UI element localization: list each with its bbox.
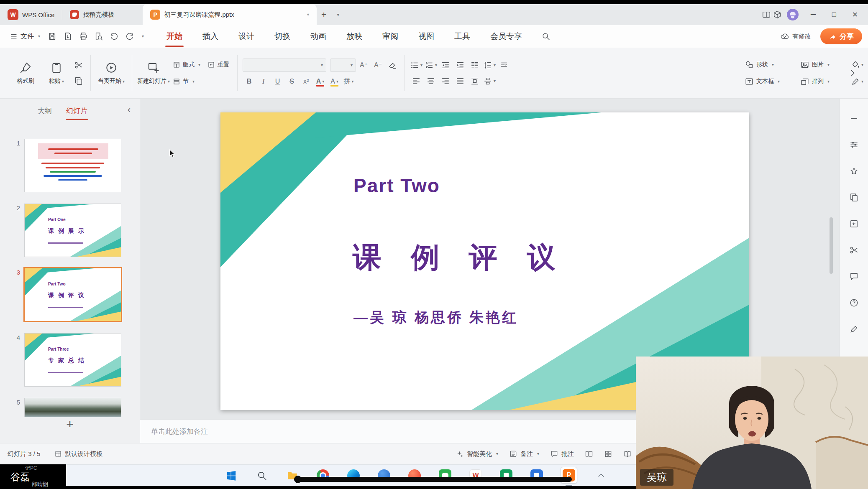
play-from-page-button[interactable]: 当页开始▾ [96,51,127,95]
justify-button[interactable] [453,75,467,87]
tab-home[interactable]: 开始 [166,31,183,42]
slide-thumbnail-3-selected[interactable]: Part Two 课 例 评 议 [24,268,121,321]
bullets-button[interactable]: ▾ [410,59,423,71]
slide-thumb-row-5[interactable]: 5 [8,398,121,417]
reading-view-icon[interactable] [623,450,632,458]
history-icon[interactable] [849,219,859,229]
new-tab-button[interactable]: + [317,8,331,22]
snip-icon[interactable] [849,245,859,255]
help-icon[interactable] [849,298,859,308]
beautify-button[interactable]: 智能美化▾ [456,450,498,458]
tab-transition[interactable]: 切换 [274,31,291,42]
slide-thumbnail-5[interactable] [24,398,121,417]
paste-button[interactable]: 粘贴▾ [41,51,72,95]
duplicate-icon[interactable] [849,193,859,202]
home-tab[interactable]: W WPS Office [0,4,62,25]
section-button[interactable]: 节▾ [170,75,197,88]
slide-thumb-row-2[interactable]: 2 Part One 课 例 展 示 [8,204,121,257]
notes-toggle-button[interactable]: 备注▾ [509,450,539,458]
print-icon[interactable] [79,32,88,41]
feedback-pen-icon[interactable] [849,324,859,334]
slide-byline-text[interactable]: —吴 琼 杨思侨 朱艳红 [353,308,518,327]
tab-view[interactable]: 视图 [417,31,435,42]
align-left-button[interactable] [410,75,423,87]
cut-button[interactable] [72,59,85,71]
share-button[interactable]: 分享 [820,28,862,44]
modified-status[interactable]: 有修改 [780,32,811,41]
align-right-button[interactable] [439,75,452,87]
panel-collapse-icon[interactable]: ‹ [128,104,131,115]
document-tab[interactable]: P 初三复习课磨课流程.pptx • [143,4,317,25]
italic-button[interactable]: I [257,75,270,88]
tab-list-button[interactable]: ▾ [331,8,345,22]
arrange-button[interactable]: 排列▾ [797,75,849,88]
design-template-chip[interactable]: 默认设计模板 [54,450,102,458]
shapes-button[interactable]: 形状▾ [742,58,796,71]
slides-tab[interactable]: 幻灯片 [66,106,87,116]
comments-button[interactable]: 批注 [550,450,574,458]
webcam-video[interactable]: 吴琼 [636,357,868,489]
add-slide-button[interactable]: + [0,417,140,431]
export-icon[interactable] [63,32,72,41]
minimize-button[interactable]: ─ [804,5,823,24]
reset-slide-button[interactable]: 重置 [205,58,232,71]
save-icon[interactable] [48,32,57,41]
tab-slideshow[interactable]: 放映 [346,31,363,42]
undo-icon[interactable] [110,32,119,41]
split-screen-icon[interactable] [762,10,771,19]
collapse-rail-icon[interactable] [849,114,859,123]
tab-insert[interactable]: 插入 [202,31,219,42]
taskbar-search-icon[interactable] [255,469,269,482]
ribbon-expand-icon[interactable] [848,69,857,78]
tab-design[interactable]: 设计 [238,31,255,42]
comment-panel-icon[interactable] [849,272,859,281]
decrease-font-button[interactable]: A⁻ [371,59,384,71]
increase-font-button[interactable]: A⁺ [357,59,370,71]
decrease-indent-button[interactable] [439,59,452,71]
vertical-align-button[interactable]: ▾ [483,75,496,87]
slide-thumb-row-1[interactable]: 1 [8,139,121,192]
redo-icon[interactable] [125,32,134,41]
slide-title-text[interactable]: 课 例 评 议 [353,239,566,277]
slide-thumb-row-4[interactable]: 4 Part Three 专 家 总 结 [8,333,121,387]
normal-view-icon[interactable] [585,450,593,458]
bold-button[interactable]: B [243,75,256,88]
superscript-button[interactable]: x² [300,75,312,88]
new-slide-button[interactable]: 新建幻灯片▾ [137,51,170,95]
object-properties-icon[interactable] [849,140,859,150]
maximize-button[interactable]: □ [824,5,844,24]
underline-button[interactable]: U [271,75,284,88]
search-icon[interactable] [541,32,551,41]
format-painter-button[interactable]: 格式刷 [10,51,41,95]
distribute-button[interactable] [468,75,481,87]
line-spacing-button[interactable]: ▾ [483,59,496,71]
slide-thumbnail-1[interactable] [24,139,121,192]
tray-chevron-icon[interactable] [594,469,608,482]
picture-button[interactable]: 图片▾ [797,58,849,71]
slide-kicker-text[interactable]: Part Two [353,174,440,197]
slide-thumbnail-2[interactable]: Part One 课 例 展 示 [24,204,121,257]
columns-button[interactable] [468,59,481,71]
vertical-scrollbar[interactable] [830,217,833,274]
text-direction-button[interactable] [497,59,511,71]
avatar[interactable] [787,9,799,20]
highlight-button[interactable]: A▾ [328,75,341,88]
windows-start-icon[interactable] [225,469,238,482]
strikethrough-button[interactable]: S [285,75,298,88]
docer-tab[interactable]: 找稻壳模板 [62,4,122,25]
print-preview-icon[interactable] [94,32,103,41]
layout-button[interactable]: 版式▾ [170,58,203,71]
numbering-button[interactable]: ▾ [424,59,438,71]
align-center-button[interactable] [424,75,438,87]
workspace-cube-icon[interactable] [773,10,782,19]
file-menu[interactable]: 文件 ▾ [0,32,48,41]
tab-review[interactable]: 审阅 [382,31,399,42]
slide-thumb-row-3[interactable]: 3 Part Two 课 例 评 议 [8,268,121,321]
close-button[interactable]: × [845,5,865,24]
font-name-select[interactable]: ▾ [243,59,326,72]
tab-member[interactable]: 会员专享 [489,31,523,42]
clear-format-button[interactable] [386,59,399,71]
phonetic-guide-button[interactable]: 拼▾ [342,75,355,88]
slide-sorter-view-icon[interactable] [604,450,612,458]
playback-seek-bar[interactable] [296,477,572,482]
